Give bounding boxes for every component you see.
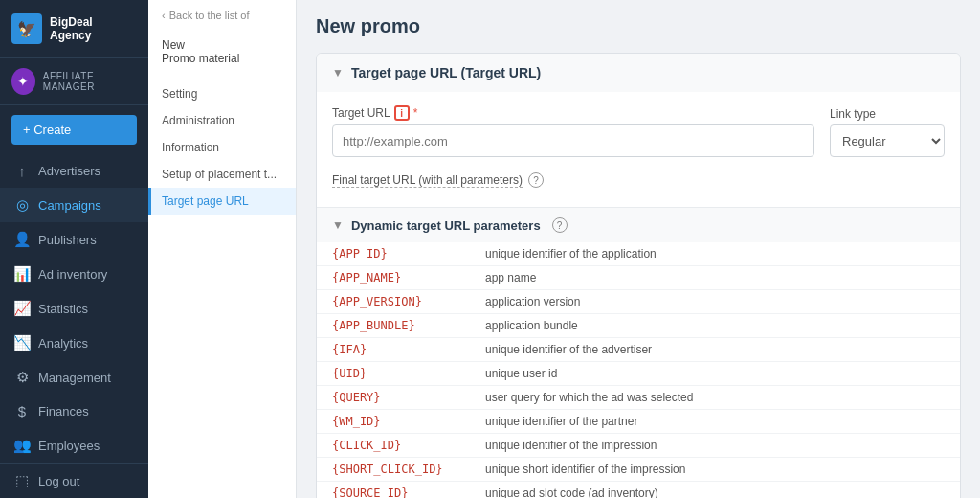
target-url-label: Target URL i * (332, 105, 814, 121)
param-key: {CLICK_ID} (317, 434, 470, 458)
sidebar: 🦅 BigDeal Agency ✦ AFFILIATE MANAGER + C… (0, 0, 148, 498)
final-url-label: Final target URL (with all parameters) (332, 173, 523, 188)
table-row: {APP_NAME}app name (317, 266, 960, 290)
table-row: {QUERY}user query for which the ad was s… (317, 386, 960, 410)
dynamic-params-body: {APP_ID}unique identifier of the applica… (317, 242, 960, 498)
dynamic-params-section: ▼ Dynamic target URL parameters ? {APP_I… (317, 208, 960, 498)
back-button[interactable]: ‹ Back to the list of (148, 0, 296, 31)
dynamic-collapse-icon: ▼ (332, 218, 344, 232)
statistics-icon: 📈 (13, 300, 31, 317)
content-area: New promo ▼ Target page URL (Target URL)… (297, 0, 980, 498)
logo-text: BigDeal Agency (50, 15, 93, 43)
sidebar-item-employees[interactable]: 👥 Employees (0, 428, 148, 463)
param-key: {APP_ID} (317, 242, 470, 266)
sidebar-bottom: ⬚ Log out (0, 463, 148, 498)
table-row: {SHORT_CLICK_ID}unique short identifier … (317, 458, 960, 482)
dynamic-params-header[interactable]: ▼ Dynamic target URL parameters ? (317, 208, 960, 242)
param-key: {SOURCE_ID} (317, 482, 470, 499)
sidebar-item-statistics[interactable]: 📈 Statistics (0, 291, 148, 326)
sub-nav-target-page-url[interactable]: Target page URL (148, 188, 296, 215)
target-url-input[interactable] (332, 124, 814, 157)
table-row: {WM_ID}unique identifier of the partner (317, 410, 960, 434)
target-url-section-header[interactable]: ▼ Target page URL (Target URL) (317, 54, 960, 92)
sub-nav-setting[interactable]: Setting (148, 80, 296, 107)
param-desc: unique short identifier of the impressio… (470, 458, 960, 482)
param-desc: unique identifier of the impression (470, 434, 960, 458)
sidebar-item-publishers[interactable]: 👤 Publishers (0, 222, 148, 257)
affiliate-label: AFFILIATE MANAGER (43, 71, 137, 92)
param-key: {WM_ID} (317, 410, 470, 434)
table-row: {CLICK_ID}unique identifier of the impre… (317, 434, 960, 458)
create-button[interactable]: + Create (11, 115, 137, 145)
target-url-info-icon[interactable]: i (394, 105, 410, 121)
param-key: {UID} (317, 362, 470, 386)
sidebar-item-finances[interactable]: $ Finances (0, 395, 148, 428)
param-key: {IFA} (317, 338, 470, 362)
sidebar-item-campaigns[interactable]: ◎ Campaigns (0, 188, 148, 222)
param-desc: user query for which the ad was selected (470, 386, 960, 410)
params-table: {APP_ID}unique identifier of the applica… (317, 242, 960, 498)
table-row: {APP_ID}unique identifier of the applica… (317, 242, 960, 266)
target-url-form-row: Target URL i * Link type Regular (332, 105, 945, 157)
final-url-info-icon[interactable]: ? (528, 172, 544, 188)
collapse-icon: ▼ (332, 66, 344, 79)
sub-context: NewPromo material (148, 31, 296, 73)
target-url-group: Target URL i * (332, 105, 814, 157)
table-row: {UID}unique user id (317, 362, 960, 386)
sub-nav-setup-placement[interactable]: Setup of placement t... (148, 161, 296, 188)
page-title: New promo (316, 15, 961, 37)
param-desc: app name (470, 266, 960, 290)
param-desc: unique identifier of the advertiser (470, 338, 960, 362)
sub-sidebar: ‹ Back to the list of NewPromo material … (148, 0, 297, 498)
link-type-label: Link type (830, 107, 945, 121)
logout-icon: ⬚ (13, 472, 31, 489)
sub-nav-administration[interactable]: Administration (148, 107, 296, 134)
param-key: {APP_BUNDLE} (317, 314, 470, 338)
logo-icon: 🦅 (11, 13, 42, 44)
param-desc: unique identifier of the application (470, 242, 960, 266)
main-card: ▼ Target page URL (Target URL) Target UR… (316, 53, 961, 498)
sidebar-item-ad-inventory[interactable]: 📊 Ad inventory (0, 257, 148, 291)
link-type-group: Link type Regular (830, 107, 945, 157)
target-url-section: ▼ Target page URL (Target URL) Target UR… (317, 54, 960, 208)
sidebar-item-advertisers[interactable]: ↑ Advertisers (0, 154, 148, 188)
target-url-section-body: Target URL i * Link type Regular (317, 92, 960, 207)
dynamic-params-info-icon[interactable]: ? (552, 217, 568, 233)
param-key: {SHORT_CLICK_ID} (317, 458, 470, 482)
dynamic-params-title: Dynamic target URL parameters (351, 218, 541, 233)
affiliate-section: ✦ AFFILIATE MANAGER (0, 58, 148, 105)
param-desc: unique identifier of the partner (470, 410, 960, 434)
employees-icon: 👥 (13, 437, 31, 454)
sub-nav-information[interactable]: Information (148, 134, 296, 161)
sidebar-item-management[interactable]: ⚙ Management (0, 360, 148, 395)
table-row: {SOURCE_ID}unique ad slot code (ad inven… (317, 482, 960, 499)
affiliate-icon: ✦ (11, 68, 35, 95)
param-desc: unique ad slot code (ad inventory) (470, 482, 960, 499)
sidebar-item-analytics[interactable]: 📉 Analytics (0, 326, 148, 360)
main-area: ‹ Back to the list of NewPromo material … (148, 0, 980, 498)
publishers-icon: 👤 (13, 231, 31, 248)
param-desc: application bundle (470, 314, 960, 338)
table-row: {APP_BUNDLE}application bundle (317, 314, 960, 338)
required-star: * (413, 106, 418, 120)
target-url-section-title: Target page URL (Target URL) (351, 65, 541, 80)
analytics-icon: 📉 (13, 334, 31, 351)
logo: 🦅 BigDeal Agency (0, 0, 148, 58)
logout-item[interactable]: ⬚ Log out (0, 464, 148, 498)
link-type-select[interactable]: Regular (830, 124, 945, 157)
advertisers-icon: ↑ (13, 163, 31, 179)
param-key: {APP_NAME} (317, 266, 470, 290)
param-key: {APP_VERSION} (317, 290, 470, 314)
param-desc: application version (470, 290, 960, 314)
finances-icon: $ (13, 403, 31, 419)
table-row: {IFA}unique identifier of the advertiser (317, 338, 960, 362)
sub-nav-list: Setting Administration Information Setup… (148, 73, 296, 222)
param-desc: unique user id (470, 362, 960, 386)
param-key: {QUERY} (317, 386, 470, 410)
campaigns-icon: ◎ (13, 196, 31, 214)
management-icon: ⚙ (13, 369, 31, 386)
ad-inventory-icon: 📊 (13, 265, 31, 283)
table-row: {APP_VERSION}application version (317, 290, 960, 314)
final-url-row: Final target URL (with all parameters) ? (332, 167, 945, 193)
back-arrow-icon: ‹ (162, 10, 166, 21)
